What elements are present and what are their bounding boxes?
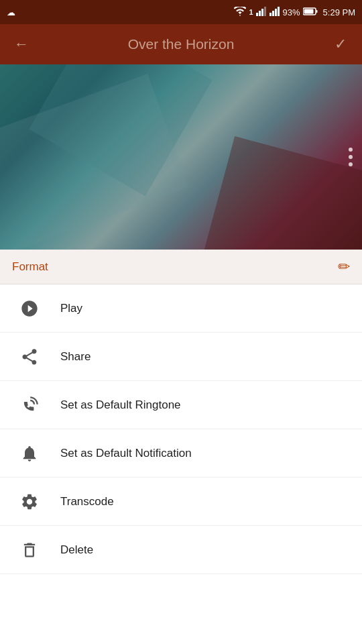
signal-icon [256,7,267,18]
menu-item-play[interactable]: Play [0,284,362,333]
delete-icon [15,541,44,559]
battery-percent: 93% [283,7,300,17]
cloud-icon: ☁ [7,7,15,17]
format-label: Format [12,260,48,274]
play-icon [15,299,44,318]
confirm-button[interactable]: ✓ [330,36,351,53]
svg-rect-3 [264,7,266,16]
delete-label: Delete [60,543,93,557]
menu-item-transcode[interactable]: Transcode [0,478,362,526]
svg-rect-9 [304,9,313,13]
edit-icon[interactable]: ✏ [338,258,350,276]
play-label: Play [60,302,82,315]
more-options-button[interactable] [349,148,353,166]
toolbar: ← Over the Horizon ✓ [0,24,362,64]
battery-icon [303,7,318,17]
transcode-icon [15,492,44,511]
svg-rect-5 [272,11,274,16]
svg-rect-10 [316,10,317,13]
ringtone-label: Set as Default Ringtone [60,398,181,412]
page-title: Over the Horizon [32,36,330,52]
status-bar: ☁ 1 93% [0,0,362,24]
dot-2 [349,155,353,159]
svg-rect-0 [256,13,258,16]
transcode-label: Transcode [60,495,114,508]
menu-item-share[interactable]: Share [0,333,362,381]
dot-3 [349,162,353,166]
ringtone-icon [15,396,44,415]
svg-rect-6 [275,9,277,16]
menu-item-notification[interactable]: Set as Default Notification [0,429,362,478]
notification-label: Set as Default Notification [60,447,192,460]
notification-icon [15,444,44,463]
status-right: 1 93% 5:29 PM [234,7,355,18]
album-art [0,64,362,250]
signal2-icon [269,7,280,18]
time: 5:29 PM [323,7,355,17]
wifi-icon [234,7,246,18]
menu-list: Play Share Set as Default Ringtone Set a… [0,284,362,574]
svg-rect-4 [269,13,272,16]
menu-item-ringtone[interactable]: Set as Default Ringtone [0,381,362,429]
share-label: Share [60,350,90,364]
svg-rect-1 [259,11,261,16]
menu-item-delete[interactable]: Delete [0,526,362,574]
share-icon [15,347,44,366]
svg-rect-2 [261,9,263,16]
format-bar: Format ✏ [0,250,362,284]
sim1-icon: 1 [249,8,253,16]
album-overlay [0,64,362,250]
svg-rect-7 [278,7,280,16]
back-button[interactable]: ← [11,36,32,53]
status-left: ☁ [7,7,15,17]
dot-1 [349,148,353,152]
